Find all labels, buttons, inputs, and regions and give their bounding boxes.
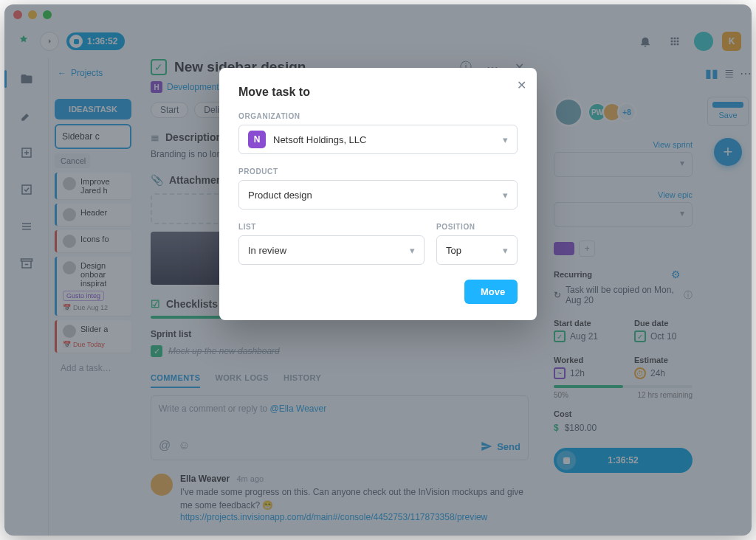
move-task-modal: ✕ Move task to Organization N Netsoft Ho… bbox=[219, 68, 537, 320]
chevron-down-icon: ▾ bbox=[503, 134, 508, 145]
organization-label: Organization bbox=[238, 112, 518, 120]
position-label: Position bbox=[436, 223, 518, 231]
org-badge: N bbox=[248, 131, 266, 148]
position-select[interactable]: Top ▾ bbox=[436, 235, 518, 265]
chevron-down-icon: ▾ bbox=[503, 245, 508, 256]
chevron-down-icon: ▾ bbox=[503, 190, 508, 201]
product-label: Product bbox=[238, 167, 518, 176]
list-select[interactable]: In review ▾ bbox=[238, 235, 425, 265]
organization-select[interactable]: N Netsoft Holdings, LLC ▾ bbox=[238, 125, 518, 154]
chevron-down-icon: ▾ bbox=[410, 245, 415, 256]
list-label: List bbox=[238, 223, 425, 231]
modal-close-icon[interactable]: ✕ bbox=[517, 78, 526, 92]
move-button[interactable]: Move bbox=[464, 280, 518, 304]
product-select[interactable]: Product design ▾ bbox=[238, 180, 518, 210]
modal-title: Move task to bbox=[238, 86, 518, 99]
